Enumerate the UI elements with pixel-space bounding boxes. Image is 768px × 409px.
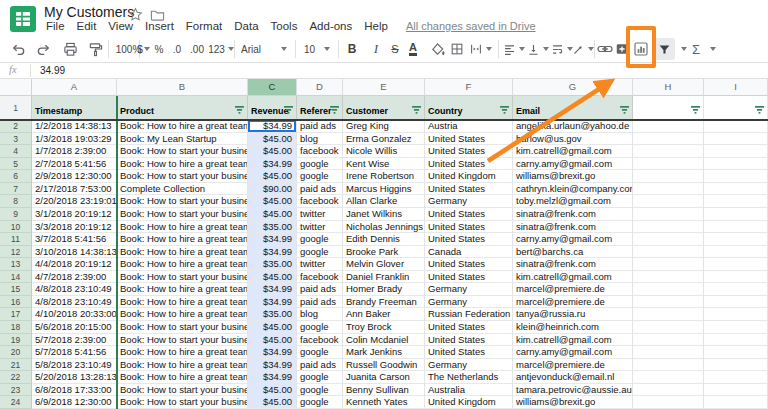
cell-f12[interactable]: Canada <box>425 246 513 259</box>
cell-c10[interactable]: $35.00 <box>248 221 297 234</box>
borders-button[interactable] <box>447 36 467 62</box>
header-cell-customer[interactable]: Customer <box>343 96 425 120</box>
cell-a9[interactable]: 3/1/2018 20:19:12 <box>32 208 117 221</box>
cell-f17[interactable]: Russian Federation <box>425 308 513 321</box>
row-number-8[interactable]: 8 <box>0 195 32 208</box>
cell-h12[interactable] <box>633 246 704 259</box>
cell-h10[interactable] <box>633 221 704 234</box>
cell-f4[interactable]: United States <box>425 145 513 158</box>
cell-e18[interactable]: Troy Brock <box>343 321 425 334</box>
filter-icon[interactable] <box>691 106 700 114</box>
functions-button[interactable]: Σ <box>688 36 704 62</box>
cell-b21[interactable]: Book: How to hire a great team? <box>117 359 248 372</box>
cell-i15[interactable] <box>704 283 768 296</box>
vertical-align-button[interactable] <box>525 36 551 62</box>
cell-f11[interactable]: United States <box>425 233 513 246</box>
cell-c23[interactable]: $45.00 <box>248 384 297 397</box>
row-number-16[interactable]: 16 <box>0 296 32 309</box>
cell-a6[interactable]: 2/9/2018 12:30:00 <box>32 170 117 183</box>
header-cell-revenue[interactable]: Revenue <box>248 96 297 120</box>
cell-c3[interactable]: $45.00 <box>248 133 297 146</box>
filter-menu-caret[interactable] <box>677 36 687 62</box>
cell-f8[interactable]: Germany <box>425 195 513 208</box>
cell-h14[interactable] <box>633 271 704 284</box>
cell-c2[interactable]: $34.99 <box>248 120 297 133</box>
cell-b4[interactable]: Book: How to start your business? <box>117 145 248 158</box>
font-size-select[interactable]: 10 <box>300 36 334 62</box>
column-header-i[interactable]: I <box>704 79 768 96</box>
cell-d23[interactable]: google <box>297 384 343 397</box>
text-color-button[interactable]: A <box>403 36 423 62</box>
row-number-15[interactable]: 15 <box>0 283 32 296</box>
cell-h4[interactable] <box>633 145 704 158</box>
cell-i14[interactable] <box>704 271 768 284</box>
cell-g10[interactable]: sinatra@frenk.com <box>513 221 633 234</box>
cell-a15[interactable]: 4/8/2018 23:10:49 <box>32 283 117 296</box>
cell-b2[interactable]: Book: How to hire a great team? <box>117 120 248 133</box>
cell-a20[interactable]: 5/7/2018 5:41:56 <box>32 346 117 359</box>
cell-b13[interactable]: Book: How to hire a great team? <box>117 258 248 271</box>
cell-f21[interactable]: Germany <box>425 359 513 372</box>
cell-d15[interactable]: paid ads <box>297 283 343 296</box>
cell-a7[interactable]: 2/17/2018 7:53:00 <box>32 183 117 196</box>
cell-b22[interactable]: Book: How to hire a great team? <box>117 371 248 384</box>
row-number-1[interactable]: 1 <box>0 96 32 120</box>
cell-i3[interactable] <box>704 133 768 146</box>
cell-h20[interactable] <box>633 346 704 359</box>
cell-c16[interactable]: $34.99 <box>248 296 297 309</box>
cell-b24[interactable]: Book: How to start your business? <box>117 396 248 409</box>
cell-h18[interactable] <box>633 321 704 334</box>
cell-d22[interactable]: google <box>297 371 343 384</box>
cell-b19[interactable]: Book: How to start your business? <box>117 334 248 347</box>
menu-item-addons[interactable]: Add-ons <box>303 20 358 32</box>
cell-i7[interactable] <box>704 183 768 196</box>
row-number-14[interactable]: 14 <box>0 271 32 284</box>
horizontal-align-button[interactable] <box>501 36 527 62</box>
cell-h17[interactable] <box>633 308 704 321</box>
cell-e9[interactable]: Janet Wilkins <box>343 208 425 221</box>
decrease-decimal-button[interactable]: .0 <box>167 36 187 62</box>
cell-b12[interactable]: Book: How to hire a great team? <box>117 246 248 259</box>
cell-h16[interactable] <box>633 296 704 309</box>
header-cell-referer[interactable]: Referer <box>297 96 343 120</box>
cell-f10[interactable]: United States <box>425 221 513 234</box>
cell-f15[interactable]: Germany <box>425 283 513 296</box>
cell-e19[interactable]: Colin Mcdaniel <box>343 334 425 347</box>
cell-a8[interactable]: 2/20/2018 23:19:01 <box>32 195 117 208</box>
cell-f13[interactable]: United States <box>425 258 513 271</box>
cell-a21[interactable]: 5/8/2018 23:10:49 <box>32 359 117 372</box>
cell-e13[interactable]: Melvin Glover <box>343 258 425 271</box>
document-title[interactable]: My Customers <box>44 4 134 20</box>
cell-g18[interactable]: klein@heinrich.com <box>513 321 633 334</box>
fill-color-button[interactable] <box>427 36 447 62</box>
cell-g5[interactable]: carny.amy@gmail.com <box>513 158 633 171</box>
cell-e11[interactable]: Edith Dennis <box>343 233 425 246</box>
cell-a24[interactable]: 6/9/2018 12:30:00 <box>32 396 117 409</box>
row-number-19[interactable]: 19 <box>0 334 32 347</box>
cell-e15[interactable]: Homer Brady <box>343 283 425 296</box>
strikethrough-button[interactable]: S <box>385 36 405 62</box>
cell-a18[interactable]: 5/6/2018 20:15:00 <box>32 321 117 334</box>
header-cell-country[interactable]: Country <box>425 96 513 120</box>
menu-item-format[interactable]: Format <box>180 20 228 32</box>
cell-d9[interactable]: twitter <box>297 208 343 221</box>
cell-e22[interactable]: Juanita Carson <box>343 371 425 384</box>
cell-b5[interactable]: Book: How to hire a great team? <box>117 158 248 171</box>
cell-d11[interactable]: google <box>297 233 343 246</box>
cell-d21[interactable]: paid ads <box>297 359 343 372</box>
cell-g8[interactable]: toby.melzl@gmail.com <box>513 195 633 208</box>
row-number-5[interactable]: 5 <box>0 158 32 171</box>
cell-f7[interactable]: United States <box>425 183 513 196</box>
cell-e16[interactable]: Brandy Freeman <box>343 296 425 309</box>
header-cell-h[interactable] <box>633 96 704 120</box>
row-number-20[interactable]: 20 <box>0 346 32 359</box>
cell-a23[interactable]: 6/8/2018 17:33:00 <box>32 384 117 397</box>
cell-b16[interactable]: Book: How to hire a great team? <box>117 296 248 309</box>
row-number-21[interactable]: 21 <box>0 359 32 372</box>
cell-i24[interactable] <box>704 396 768 409</box>
cell-h19[interactable] <box>633 334 704 347</box>
cell-c8[interactable]: $45.00 <box>248 195 297 208</box>
cell-d18[interactable]: google <box>297 321 343 334</box>
cell-d3[interactable]: blog <box>297 133 343 146</box>
row-number-22[interactable]: 22 <box>0 371 32 384</box>
